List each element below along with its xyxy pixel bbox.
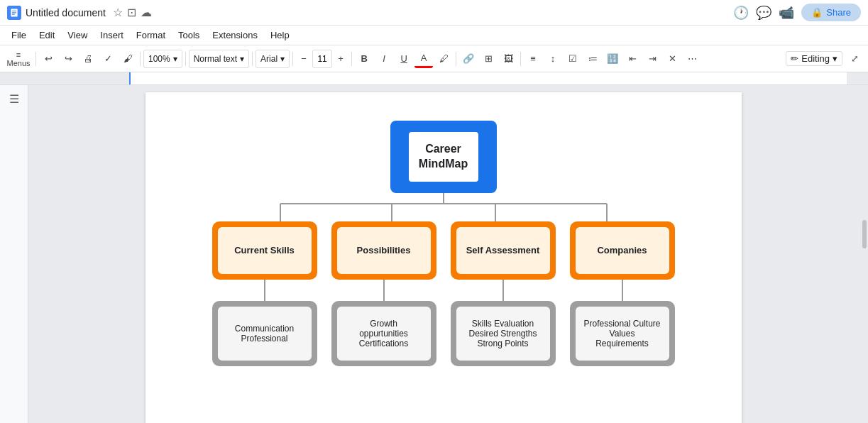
node-self-assessment[interactable]: Self Assessment (451, 221, 556, 280)
level2-row: Current Skills CommunicationProfessional… (212, 221, 675, 366)
node-possibilities[interactable]: Possibilities (331, 221, 436, 280)
video-icon[interactable]: 📹 (779, 5, 794, 21)
sep4 (252, 52, 253, 66)
font-size-decrease[interactable]: − (296, 50, 312, 68)
node-growth[interactable]: GrowthoppurtunitiesCertifications (331, 301, 436, 366)
node-skills-eval[interactable]: Skills EvaluationDesired StrengthsStrong… (451, 301, 556, 366)
more-button[interactable]: ⋯ (683, 50, 701, 68)
ruler-main (129, 72, 847, 84)
cloud-icon[interactable]: ☁ (141, 6, 152, 19)
table-button[interactable]: ⊞ (479, 50, 498, 68)
document-page: CareerMindMap (145, 92, 742, 423)
menu-format[interactable]: Format (131, 28, 171, 42)
linespacing-button[interactable]: ↕ (544, 50, 562, 68)
vert-conn-4 (622, 280, 623, 301)
star-icon[interactable]: ☆ (113, 6, 123, 19)
checklist-button[interactable]: ☑ (564, 50, 582, 68)
outline-icon[interactable]: ☰ (9, 92, 19, 106)
node-possibilities-label: Possibilities (336, 226, 432, 275)
sep3 (185, 52, 186, 66)
lock-icon: 🔒 (811, 7, 823, 18)
node-companies[interactable]: Companies (570, 221, 675, 280)
menu-tools[interactable]: Tools (172, 28, 205, 42)
vert-conn-2 (383, 280, 385, 301)
indent-inc-button[interactable]: ⇥ (643, 50, 661, 68)
app-icon (7, 6, 21, 20)
menu-insert[interactable]: Insert (94, 28, 129, 42)
sep5 (292, 52, 293, 66)
menu-edit[interactable]: Edit (33, 28, 60, 42)
title-icons: ☆ ⊡ ☁ (113, 6, 152, 19)
node-current-skills[interactable]: Current Skills (212, 221, 317, 280)
bullets-button[interactable]: ≔ (583, 50, 602, 68)
node-companies-label: Companies (574, 226, 671, 275)
root-connector-svg (216, 193, 671, 221)
sep2 (140, 52, 141, 66)
paintformat-button[interactable]: 🖌 (119, 50, 137, 68)
toolbar: ≡ Menus ↩ ↪ 🖨 ✓ 🖌 100% ▾ Normal text ▾ A… (0, 45, 868, 72)
title-bar-left: Untitled document ☆ ⊡ ☁ (7, 6, 727, 20)
link-button[interactable]: 🔗 (459, 50, 478, 68)
title-bar: Untitled document ☆ ⊡ ☁ 🕐 💬 📹 🔒 Share (0, 0, 868, 26)
zoom-dropdown[interactable]: 100% ▾ (143, 50, 182, 68)
root-node-label: CareerMindMap (407, 131, 480, 183)
doc-area: ☰ CareerMindMap (0, 85, 868, 423)
node-growth-label: GrowthoppurtunitiesCertifications (336, 305, 432, 362)
style-dropdown[interactable]: Normal text ▾ (189, 50, 249, 68)
menu-bar: File Edit View Insert Format Tools Exten… (0, 26, 868, 45)
col-self-assessment: Self Assessment Skills EvaluationDesired… (451, 221, 556, 366)
image-button[interactable]: 🖼 (499, 50, 517, 68)
node-professional-culture[interactable]: Professional CultureValuesRequirements (570, 301, 675, 366)
col-possibilities: Possibilities GrowthoppurtunitiesCertifi… (331, 221, 436, 366)
node-self-assessment-label: Self Assessment (455, 226, 551, 275)
comment-icon[interactable]: 💬 (756, 5, 771, 21)
node-professional-culture-label: Professional CultureValuesRequirements (574, 305, 671, 362)
node-communication[interactable]: CommunicationProfessional (212, 301, 317, 366)
print-button[interactable]: 🖨 (79, 50, 97, 68)
align-button[interactable]: ≡ (524, 50, 542, 68)
font-size-increase[interactable]: + (333, 50, 348, 68)
font-size-value[interactable]: 11 (312, 50, 332, 68)
menu-file[interactable]: File (6, 28, 32, 42)
col-current-skills: Current Skills CommunicationProfessional (212, 221, 317, 366)
mindmap: CareerMindMap (174, 114, 713, 366)
menus-button[interactable]: ≡ Menus (4, 50, 33, 68)
indent-dec-button[interactable]: ⇤ (623, 50, 642, 68)
expand-icon[interactable]: ⤢ (845, 50, 864, 68)
spellcheck-button[interactable]: ✓ (99, 50, 117, 68)
clear-format-button[interactable]: ✕ (663, 50, 681, 68)
page-container: CareerMindMap (28, 85, 858, 423)
history-icon[interactable]: 🕐 (733, 5, 749, 21)
title-bar-right: 🕐 💬 📹 🔒 Share (733, 4, 861, 21)
vert-conn-1 (264, 280, 265, 301)
numbering-button[interactable]: 🔢 (603, 50, 622, 68)
bold-button[interactable]: B (355, 50, 373, 68)
svg-rect-1 (12, 10, 16, 11)
vert-conn-3 (502, 280, 504, 301)
menu-help[interactable]: Help (265, 28, 295, 42)
node-skills-eval-label: Skills EvaluationDesired StrengthsStrong… (455, 305, 551, 362)
undo-button[interactable]: ↩ (39, 50, 57, 68)
text-color-button[interactable]: A (414, 50, 433, 68)
share-button[interactable]: 🔒 Share (801, 4, 861, 21)
font-size-ctrl: − 11 + (296, 50, 348, 68)
sep7 (456, 52, 456, 66)
ruler-left (0, 72, 129, 84)
svg-rect-3 (12, 13, 15, 14)
italic-button[interactable]: I (375, 50, 393, 68)
sep8 (520, 52, 521, 66)
scrollbar-thumb[interactable] (862, 220, 867, 248)
node-communication-label: CommunicationProfessional (216, 305, 313, 362)
sep6 (351, 52, 352, 66)
menu-view[interactable]: View (62, 28, 93, 42)
redo-button[interactable]: ↪ (59, 50, 77, 68)
editing-dropdown[interactable]: ✏ Editing ▾ (786, 51, 842, 66)
underline-button[interactable]: U (395, 50, 413, 68)
root-node[interactable]: CareerMindMap (390, 121, 497, 193)
highlight-button[interactable]: 🖊 (434, 50, 453, 68)
drive-icon[interactable]: ⊡ (127, 6, 136, 19)
font-dropdown[interactable]: Arial ▾ (256, 50, 290, 68)
menu-extensions[interactable]: Extensions (207, 28, 263, 42)
doc-title[interactable]: Untitled document (26, 7, 106, 18)
col-companies: Companies Professional CultureValuesRequ… (570, 221, 675, 366)
